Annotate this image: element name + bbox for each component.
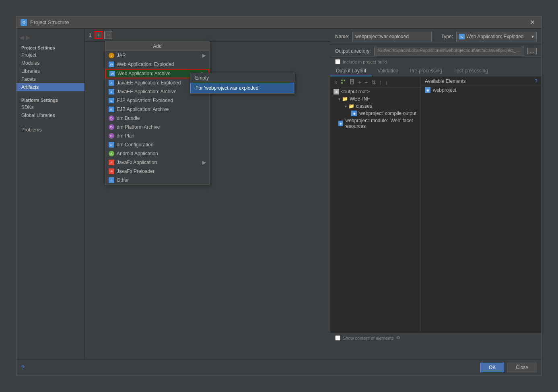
tree-item-classes[interactable]: ▾ 📁 classes bbox=[330, 103, 420, 110]
main-area: 1 + − Add J JAR ▶ W We bbox=[85, 29, 542, 359]
webinf-folder-icon: 📁 bbox=[342, 96, 348, 102]
dropdown-item-ejb-exploded[interactable]: E EJB Application: Exploded bbox=[105, 96, 209, 105]
type-label: Type: bbox=[441, 34, 453, 39]
submenu-item-empty[interactable]: Empty bbox=[190, 73, 294, 83]
tree-toolbar: 3 + − ⇅ ↑ ↓ bbox=[330, 77, 420, 88]
include-in-build-label: Include in project build bbox=[343, 60, 387, 64]
sidebar-item-global-libraries[interactable]: Global Libraries bbox=[16, 111, 84, 119]
sidebar-item-problems[interactable]: Problems bbox=[16, 126, 84, 134]
ejb-exploded-icon: E bbox=[109, 98, 114, 103]
dropdown-item-web-exploded[interactable]: W Web Application: Exploded bbox=[105, 60, 209, 69]
tree-add-button[interactable] bbox=[339, 78, 347, 86]
show-content-checkbox[interactable] bbox=[335, 335, 340, 341]
dm-bundle-icon: D bbox=[109, 115, 114, 121]
svg-rect-0 bbox=[341, 80, 343, 81]
dropdown-item-javafx[interactable]: F JavaFx Application ▶ bbox=[105, 158, 209, 167]
artifact-type-dropdown[interactable]: W Web Application: Exploded ▾ bbox=[456, 32, 537, 41]
webinf-expand: ▾ bbox=[338, 97, 340, 101]
tab-validation[interactable]: Validation bbox=[372, 66, 404, 76]
dropdown-header: Add bbox=[105, 42, 209, 51]
dropdown-item-javafx-preloader-label: JavaFx Preloader bbox=[117, 168, 154, 174]
tab-validation-label: Validation bbox=[377, 68, 398, 74]
show-content-label: Show content of elements bbox=[343, 336, 394, 341]
nav-forward-arrow[interactable]: ▶ bbox=[26, 34, 30, 41]
dropdown-item-javafx-label: JavaFx Application bbox=[117, 160, 157, 165]
tree-add-file-button[interactable] bbox=[348, 78, 356, 86]
sidebar-item-modules[interactable]: Modules bbox=[16, 59, 84, 67]
help-button[interactable]: ? bbox=[21, 363, 25, 372]
dropdown-item-other-label: Other bbox=[117, 177, 129, 183]
sidebar-item-artifacts[interactable]: Artifacts bbox=[16, 83, 84, 91]
window-close-button[interactable]: ✕ bbox=[527, 18, 537, 27]
dropdown-item-other[interactable]: ○ Other bbox=[105, 176, 209, 185]
include-in-build-checkbox[interactable] bbox=[335, 59, 340, 64]
add-artifact-button[interactable]: + bbox=[95, 31, 103, 39]
available-item-webproject[interactable]: ◉ webproject bbox=[421, 86, 542, 94]
dropdown-item-dm-config[interactable]: D dm Configuration bbox=[105, 140, 209, 149]
name-type-row: Name: Type: W Web Application: Exploded … bbox=[330, 29, 542, 45]
dropdown-item-android[interactable]: A Android Application bbox=[105, 149, 209, 158]
svg-rect-1 bbox=[344, 80, 345, 81]
step1-label: 1 bbox=[89, 33, 91, 37]
available-elements-panel: Available Elements ? ◉ webproject bbox=[421, 77, 542, 332]
dropdown-item-dm-platform[interactable]: D dm Platform Archive bbox=[105, 123, 209, 131]
tree-item-webinf[interactable]: ▾ 📁 WEB-INF bbox=[330, 95, 420, 103]
close-dialog-button[interactable]: Close bbox=[507, 363, 537, 372]
tree-remove-button[interactable]: − bbox=[363, 79, 369, 86]
tree-move-down-button[interactable]: ↓ bbox=[384, 79, 389, 86]
type-dropdown-value: Web Application: Exploded bbox=[466, 34, 524, 39]
tree-item-compile-output[interactable]: ◉ 'webproject' compile output bbox=[330, 110, 420, 117]
sidebar-item-problems-label: Problems bbox=[21, 127, 42, 133]
sidebar-item-project[interactable]: Project bbox=[16, 51, 84, 59]
dropdown-item-ejb-archive[interactable]: E EJB Application: Archive bbox=[105, 105, 209, 114]
javaee-archive-icon: J bbox=[109, 89, 114, 94]
dropdown-item-javaee-archive-label: JavaEE Application: Archive bbox=[117, 89, 177, 94]
output-directory-row: Output directory: :\GitWorkSpace\LocalRe… bbox=[330, 45, 542, 57]
sidebar-item-modules-label: Modules bbox=[21, 60, 39, 66]
submenu-item-for-webproject[interactable]: For 'webproject:war exploded' bbox=[190, 83, 294, 93]
tab-pre-processing[interactable]: Pre-processing bbox=[404, 66, 448, 76]
title-bar: ⚙ Project Structure ✕ bbox=[16, 16, 542, 29]
web-facet-icon: ◈ bbox=[338, 121, 343, 126]
output-root-icon: ⊞ bbox=[334, 89, 339, 94]
browse-output-button[interactable]: ... bbox=[527, 48, 537, 54]
dropdown-item-dm-plan[interactable]: D dm Plan bbox=[105, 131, 209, 140]
sidebar-item-project-label: Project bbox=[21, 52, 36, 58]
artifact-name-input[interactable] bbox=[352, 32, 431, 41]
dropdown-item-javaee-exploded-label: JavaEE Application: Exploded bbox=[117, 80, 181, 86]
app-icon: ⚙ bbox=[21, 19, 27, 26]
tree-add-plus-button[interactable]: + bbox=[357, 79, 362, 86]
dm-platform-icon: D bbox=[109, 124, 114, 130]
dropdown-item-web-exploded-label: Web Application: Exploded bbox=[117, 62, 174, 67]
dropdown-item-dm-bundle[interactable]: D dm Bundle bbox=[105, 114, 209, 123]
tree-item-classes-label: classes bbox=[356, 103, 372, 109]
plus-icon: + bbox=[97, 32, 100, 38]
tab-output-layout[interactable]: Output Layout bbox=[330, 66, 372, 76]
remove-artifact-button[interactable]: − bbox=[104, 31, 112, 39]
tree-item-web-facet[interactable]: ◈ 'webproject' module: 'Web' facet resou… bbox=[330, 117, 420, 130]
tree-move-up-button[interactable]: ↑ bbox=[378, 79, 383, 86]
sidebar-item-libraries[interactable]: Libraries bbox=[16, 67, 84, 75]
type-dropdown-icon: W bbox=[459, 34, 465, 39]
nav-back-arrow[interactable]: ◀ bbox=[20, 34, 24, 41]
tab-post-processing[interactable]: Post-processing bbox=[448, 66, 494, 76]
available-elements-header: Available Elements ? bbox=[421, 77, 542, 86]
dropdown-item-dm-plan-label: dm Plan bbox=[117, 133, 134, 139]
classes-folder-icon: 📁 bbox=[348, 103, 354, 109]
project-settings-header: Project Settings bbox=[16, 44, 84, 51]
window-title: Project Structure bbox=[30, 19, 69, 25]
tree-sort-button[interactable]: ⇅ bbox=[370, 79, 377, 86]
available-help-icon[interactable]: ? bbox=[535, 78, 537, 84]
ok-button[interactable]: OK bbox=[480, 363, 504, 372]
sidebar: ◀ ▶ Project Settings Project Modules Lib… bbox=[16, 29, 85, 359]
tab-post-processing-label: Post-processing bbox=[453, 68, 488, 74]
dropdown-item-jar[interactable]: J JAR ▶ bbox=[105, 51, 209, 60]
include-in-build-row: Include in project build bbox=[330, 57, 542, 66]
sidebar-item-sdks[interactable]: SDKs bbox=[16, 103, 84, 111]
show-content-settings-icon[interactable]: ⚙ bbox=[396, 335, 400, 341]
sidebar-item-facets[interactable]: Facets bbox=[16, 75, 84, 83]
svg-rect-2 bbox=[341, 82, 343, 84]
dropdown-item-javafx-preloader[interactable]: F JavaFx Preloader bbox=[105, 167, 209, 176]
dropdown-item-dm-config-label: dm Configuration bbox=[117, 142, 153, 148]
tree-item-output-root[interactable]: ⊞ <output root> bbox=[330, 88, 420, 95]
